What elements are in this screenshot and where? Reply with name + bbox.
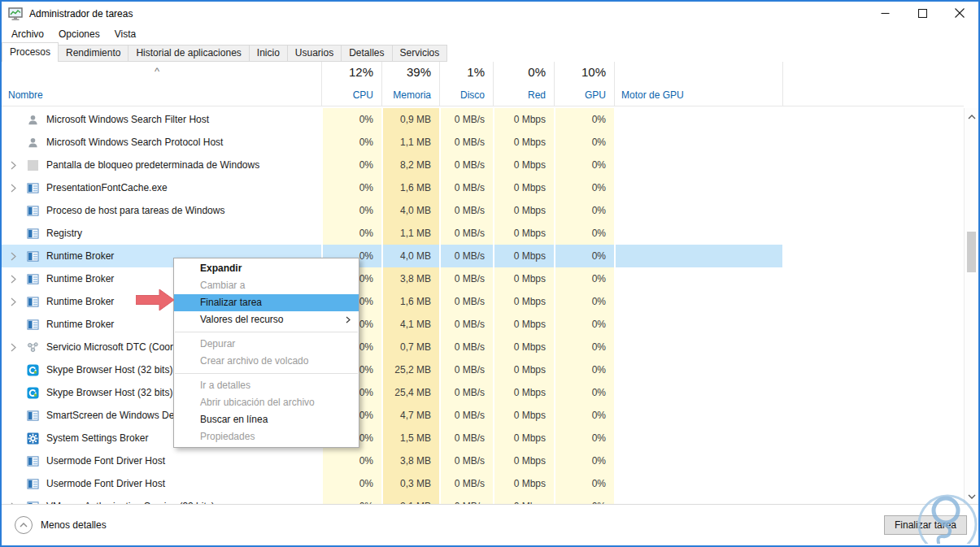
motor-cell — [614, 404, 782, 427]
red-cell: 0 Mbps — [493, 358, 554, 381]
window-process-icon — [26, 227, 39, 240]
column-header-red[interactable]: 0%Red — [493, 62, 554, 106]
column-label-disco: Disco — [460, 89, 485, 101]
menu-item-archivo[interactable]: Archivo — [4, 28, 51, 40]
gpu-cell: 0% — [554, 222, 614, 245]
mem-cell: 8,2 MB — [381, 154, 439, 176]
column-percent-mem: 39% — [407, 65, 431, 79]
column-header-disco[interactable]: 1%Disco — [439, 62, 493, 106]
disco-cell: 0 MB/s — [439, 472, 493, 495]
context-menu-item-finalizar-tarea[interactable]: Finalizar tarea — [174, 294, 359, 311]
process-row[interactable]: Skype Browser Host (32 bits)0%25,4 MB0 M… — [2, 381, 964, 404]
expand-chevron-icon[interactable] — [7, 184, 20, 193]
column-label-mem: Memoria — [393, 89, 431, 101]
process-row[interactable]: Servicio Microsoft DTC (Coord0%0,7 MB0 M… — [2, 336, 964, 358]
column-header-mem[interactable]: 39%Memoria — [381, 62, 439, 106]
process-row[interactable]: Usermode Font Driver Host0%0,3 MB0 MB/s0… — [2, 472, 964, 495]
menu-item-vista[interactable]: Vista — [107, 28, 143, 40]
annotation-arrow — [136, 289, 176, 315]
red-cell: 0 Mbps — [493, 336, 554, 358]
process-row[interactable]: SmartScreen de Windows Defe0%4,7 MB0 MB/… — [2, 404, 964, 427]
process-row[interactable]: PresentationFontCache.exe0%1,6 MB0 MB/s0… — [2, 176, 964, 199]
tab-procesos[interactable]: Procesos — [2, 42, 59, 62]
gpu-cell: 0% — [554, 199, 614, 222]
process-row[interactable]: Registry0%1,1 MB0 MB/s0 Mbps0% — [2, 222, 964, 245]
window-process-icon — [26, 272, 39, 285]
window-process-icon — [26, 295, 39, 308]
process-name: Skype Browser Host (32 bits) — [46, 364, 172, 376]
tab-inicio[interactable]: Inicio — [249, 45, 288, 62]
disco-cell: 0 MB/s — [439, 449, 493, 472]
tab-servicios[interactable]: Servicios — [392, 45, 448, 62]
close-button[interactable] — [941, 2, 978, 26]
tab-detalles[interactable]: Detalles — [341, 45, 392, 62]
tab-rendimiento[interactable]: Rendimiento — [58, 45, 128, 62]
scroll-up-button[interactable] — [965, 110, 978, 124]
cpu-cell: 0% — [321, 176, 381, 199]
window-process-icon — [26, 409, 39, 422]
cpu-cell: 0% — [321, 131, 381, 154]
process-row[interactable]: Runtime Broker0%3,8 MB0 MB/s0 Mbps0% — [2, 267, 964, 290]
process-row[interactable]: Skype Browser Host (32 bits)0%25,2 MB0 M… — [2, 358, 964, 381]
row-spacer — [782, 199, 964, 222]
column-header-nombre[interactable]: ^Nombre — [2, 62, 321, 106]
menu-item-opciones[interactable]: Opciones — [51, 28, 107, 40]
expand-chevron-icon[interactable] — [7, 275, 20, 284]
cpu-cell: 0% — [321, 449, 381, 472]
row-spacer — [782, 267, 964, 290]
context-menu-item-buscar-en-linea[interactable]: Buscar en línea — [174, 411, 359, 428]
window-process-icon — [26, 250, 39, 263]
disco-cell: 0 MB/s — [439, 108, 493, 131]
column-header-motor[interactable]: Motor de GPU — [614, 62, 782, 106]
tab-usuarios[interactable]: Usuarios — [287, 45, 342, 62]
red-cell: 0 Mbps — [493, 381, 554, 404]
process-name: Runtime Broker — [46, 296, 114, 307]
process-row[interactable]: Usermode Font Driver Host0%3,8 MB0 MB/s0… — [2, 449, 964, 472]
task-manager-app-icon — [8, 7, 23, 20]
motor-cell — [614, 222, 782, 245]
chevron-up-icon — [968, 115, 976, 119]
motor-cell — [614, 131, 782, 154]
scrollbar[interactable] — [964, 108, 978, 505]
expand-chevron-icon[interactable] — [7, 161, 20, 170]
process-name-cell: Microsoft Windows Search Protocol Host — [2, 131, 321, 154]
maximize-button[interactable] — [904, 2, 941, 26]
expand-chevron-icon[interactable] — [7, 252, 20, 261]
gpu-cell: 0% — [554, 131, 614, 154]
process-name-cell: Pantalla de bloqueo predeterminada de Wi… — [2, 154, 321, 176]
context-menu-item-label: Buscar en línea — [200, 411, 268, 428]
process-row[interactable]: Microsoft Windows Search Protocol Host0%… — [2, 131, 964, 154]
context-menu-item-expandir[interactable]: Expandir — [174, 260, 359, 277]
expand-chevron-icon[interactable] — [7, 297, 20, 306]
tab-historial-de-aplicaciones[interactable]: Historial de aplicaciones — [128, 45, 249, 62]
scroll-thumb[interactable] — [967, 232, 976, 272]
less-details-toggle[interactable]: Menos detalles — [15, 516, 107, 534]
context-menu-item-valores-del-recurso[interactable]: Valores del recurso — [174, 311, 359, 328]
row-spacer — [782, 245, 964, 267]
process-name: Runtime Broker — [46, 273, 114, 284]
process-row[interactable]: Proceso de host para tareas de Windows0%… — [2, 199, 964, 222]
mem-cell: 4,1 MB — [381, 313, 439, 336]
process-name: Runtime Broker — [46, 319, 114, 330]
mem-cell: 4,0 MB — [381, 199, 439, 222]
window-process-icon — [26, 181, 39, 194]
process-row-selected[interactable]: Runtime Broker0%4,0 MB0 MB/s0 Mbps0% — [2, 245, 964, 267]
gpu-cell: 0% — [554, 336, 614, 358]
nombre-header-label: Nombre — [8, 89, 43, 101]
process-row[interactable]: Pantalla de bloqueo predeterminada de Wi… — [2, 154, 964, 176]
column-header-cpu[interactable]: 12%CPU — [321, 62, 381, 106]
motor-cell — [614, 154, 782, 176]
red-cell: 0 Mbps — [493, 108, 554, 131]
process-row[interactable]: Runtime Broker0%4,1 MB0 MB/s0 Mbps0% — [2, 313, 964, 336]
process-name: Microsoft Windows Search Protocol Host — [46, 137, 223, 148]
red-cell: 0 Mbps — [493, 131, 554, 154]
dtc-process-icon — [26, 341, 39, 354]
window-process-icon — [26, 204, 39, 217]
minimize-button[interactable] — [866, 2, 904, 26]
column-header-gpu[interactable]: 10%GPU — [554, 62, 614, 106]
process-row[interactable]: Microsoft Windows Search Filter Host0%0,… — [2, 108, 964, 131]
expand-chevron-icon[interactable] — [7, 343, 20, 352]
close-icon — [955, 7, 965, 21]
process-row[interactable]: System Settings Broker0%1,5 MB0 MB/s0 Mb… — [2, 427, 964, 449]
row-spacer — [782, 154, 964, 176]
